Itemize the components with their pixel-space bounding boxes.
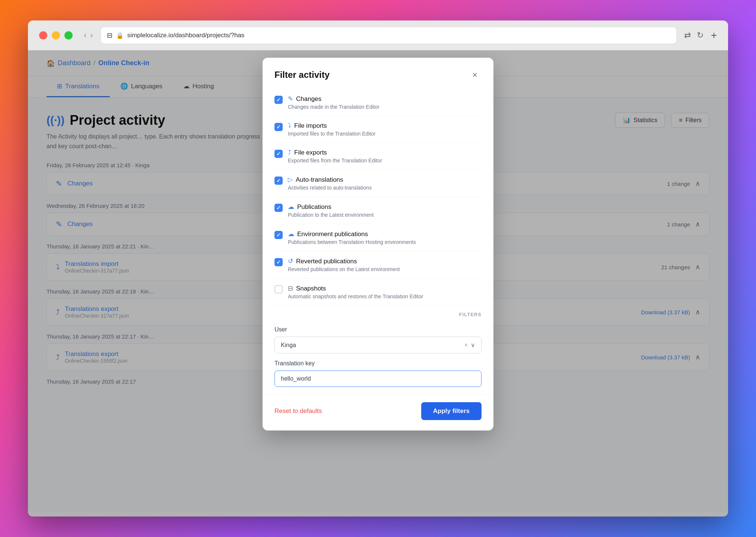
check-icon-reverted-publications: ✓ [276, 259, 281, 265]
browser-icons: ⇄ ↻ [684, 31, 703, 40]
tab-icon: ⊟ [107, 31, 112, 39]
forward-button[interactable]: › [90, 31, 93, 39]
filter-name-env-publications: ☁ Environment publications [288, 230, 482, 238]
page-content: 🏠 Dashboard / Online Check-in ⊞ Translat… [28, 50, 728, 517]
filter-checkbox-file-exports[interactable]: ✓ [274, 150, 283, 158]
modal-footer: Reset to defaults Apply filters [263, 394, 493, 430]
filter-info-file-imports: ⤵ File imports Imported files to the Tra… [288, 122, 482, 137]
filter-modal: Filter activity × ✓ ✎ Changes [263, 58, 493, 430]
filter-info-env-publications: ☁ Environment publications Publications … [288, 230, 482, 245]
filters-section-label: FILTERS [274, 306, 482, 320]
modal-title: Filter activity [274, 70, 330, 80]
file-exports-filter-desc: Exported files from the Translation Edit… [288, 158, 482, 163]
filter-checkbox-file-imports[interactable]: ✓ [274, 123, 283, 131]
check-icon-publications: ✓ [276, 205, 281, 211]
filter-name-changes: ✎ Changes [288, 95, 482, 103]
auto-translations-filter-icon: ▷ [288, 176, 293, 184]
filter-checkbox-publications[interactable]: ✓ [274, 204, 283, 212]
filter-item-snapshots: ✓ ⊟ Snapshots Automatic snapshots and re… [274, 279, 482, 306]
reverted-publications-filter-icon: ↺ [288, 257, 293, 265]
filter-checkbox-auto-translations[interactable]: ✓ [274, 177, 283, 185]
traffic-lights [39, 31, 73, 39]
user-select[interactable]: Kinga × ∨ [274, 337, 482, 353]
filter-checkbox-reverted-publications[interactable]: ✓ [274, 258, 283, 266]
changes-filter-desc: Changes made in the Translation Editor [288, 104, 482, 110]
nav-arrows: ‹ › [84, 31, 93, 39]
reload-icon[interactable]: ↻ [697, 31, 703, 40]
filter-name-auto-translations: ▷ Auto-translations [288, 176, 482, 184]
check-icon-file-exports: ✓ [276, 151, 281, 157]
modal-close-button[interactable]: × [468, 68, 482, 82]
user-field-label: User [274, 326, 482, 333]
auto-translations-filter-desc: Activities related to auto-translations [288, 185, 482, 191]
translate-icon: ⇄ [684, 31, 691, 40]
filter-item-changes: ✓ ✎ Changes Changes made in the Translat… [274, 89, 482, 116]
filter-info-snapshots: ⊟ Snapshots Automatic snapshots and rest… [288, 285, 482, 299]
filter-item-publications: ✓ ☁ Publications Publication to the Late… [274, 197, 482, 224]
translation-key-label: Translation key [274, 360, 482, 367]
env-publications-filter-icon: ☁ [288, 230, 294, 238]
reverted-publications-filter-desc: Reverted publications on the Latest envi… [288, 266, 482, 272]
check-icon-file-imports: ✓ [276, 124, 281, 130]
filter-name-file-imports: ⤵ File imports [288, 122, 482, 130]
modal-overlay: Filter activity × ✓ ✎ Changes [28, 50, 728, 517]
lock-icon: 🔒 [116, 32, 124, 39]
changes-filter-icon: ✎ [288, 95, 293, 103]
filter-item-file-exports: ✓ ⤴ File exports Exported files from the… [274, 143, 482, 170]
publications-filter-desc: Publication to the Latest environment [288, 212, 482, 218]
minimize-traffic-light[interactable] [52, 31, 60, 39]
env-publications-filter-desc: Publications between Translation Hosting… [288, 239, 482, 245]
select-icons: × ∨ [464, 341, 475, 349]
modal-body: ✓ ✎ Changes Changes made in the Translat… [263, 89, 493, 394]
file-exports-filter-icon: ⤴ [288, 149, 291, 156]
file-imports-filter-desc: Imported files to the Translation Editor [288, 131, 482, 137]
filter-info-changes: ✎ Changes Changes made in the Translatio… [288, 95, 482, 110]
snapshots-filter-label: Snapshots [296, 285, 326, 292]
browser-window: ‹ › ⊟ 🔒 simplelocalize.io/dashboard/proj… [28, 20, 728, 517]
address-bar[interactable]: ⊟ 🔒 simplelocalize.io/dashboard/projects… [101, 27, 677, 44]
file-imports-filter-label: File imports [294, 122, 327, 130]
browser-titlebar: ‹ › ⊟ 🔒 simplelocalize.io/dashboard/proj… [28, 20, 728, 50]
check-icon-changes: ✓ [276, 97, 281, 103]
filter-checkbox-env-publications[interactable]: ✓ [274, 231, 283, 239]
filter-checkbox-changes[interactable]: ✓ [274, 96, 283, 104]
reset-button[interactable]: Reset to defaults [274, 407, 322, 415]
snapshots-filter-desc: Automatic snapshots and restores of the … [288, 293, 482, 299]
user-select-value: Kinga [281, 342, 296, 349]
apply-filters-button[interactable]: Apply filters [421, 402, 482, 420]
filter-item-auto-translations: ✓ ▷ Auto-translations Activities related… [274, 170, 482, 197]
snapshots-filter-icon: ⊟ [288, 285, 293, 292]
env-publications-filter-label: Environment publications [297, 231, 368, 238]
filter-item-file-imports: ✓ ⤵ File imports Imported files to the T… [274, 116, 482, 143]
filter-info-reverted-publications: ↺ Reverted publications Reverted publica… [288, 257, 482, 272]
filter-name-file-exports: ⤴ File exports [288, 149, 482, 156]
close-traffic-light[interactable] [39, 31, 47, 39]
back-button[interactable]: ‹ [84, 31, 86, 39]
filter-info-publications: ☁ Publications Publication to the Latest… [288, 203, 482, 218]
publications-filter-label: Publications [297, 203, 331, 211]
modal-header: Filter activity × [263, 58, 493, 89]
user-chevron-icon[interactable]: ∨ [471, 341, 475, 349]
filter-info-auto-translations: ▷ Auto-translations Activities related t… [288, 176, 482, 191]
filter-info-file-exports: ⤴ File exports Exported files from the T… [288, 149, 482, 163]
filter-checkbox-snapshots[interactable]: ✓ [274, 285, 283, 293]
translation-key-input[interactable] [274, 371, 482, 387]
filter-item-env-publications: ✓ ☁ Environment publications Publication… [274, 224, 482, 251]
check-icon-env-publications: ✓ [276, 232, 281, 238]
auto-translations-filter-label: Auto-translations [296, 176, 343, 184]
user-clear-icon[interactable]: × [464, 342, 468, 349]
publications-filter-icon: ☁ [288, 203, 294, 211]
check-icon-auto-translations: ✓ [276, 178, 281, 184]
file-imports-filter-icon: ⤵ [288, 122, 291, 130]
file-exports-filter-label: File exports [294, 149, 327, 156]
add-tab-button[interactable]: + [711, 29, 717, 41]
changes-filter-label: Changes [296, 95, 321, 103]
filter-name-publications: ☁ Publications [288, 203, 482, 211]
filter-name-reverted-publications: ↺ Reverted publications [288, 257, 482, 265]
reverted-publications-filter-label: Reverted publications [296, 258, 357, 265]
filter-item-reverted-publications: ✓ ↺ Reverted publications Reverted publi… [274, 251, 482, 279]
url-text: simplelocalize.io/dashboard/projects/?ha… [127, 32, 245, 39]
filter-name-snapshots: ⊟ Snapshots [288, 285, 482, 292]
maximize-traffic-light[interactable] [64, 31, 73, 39]
